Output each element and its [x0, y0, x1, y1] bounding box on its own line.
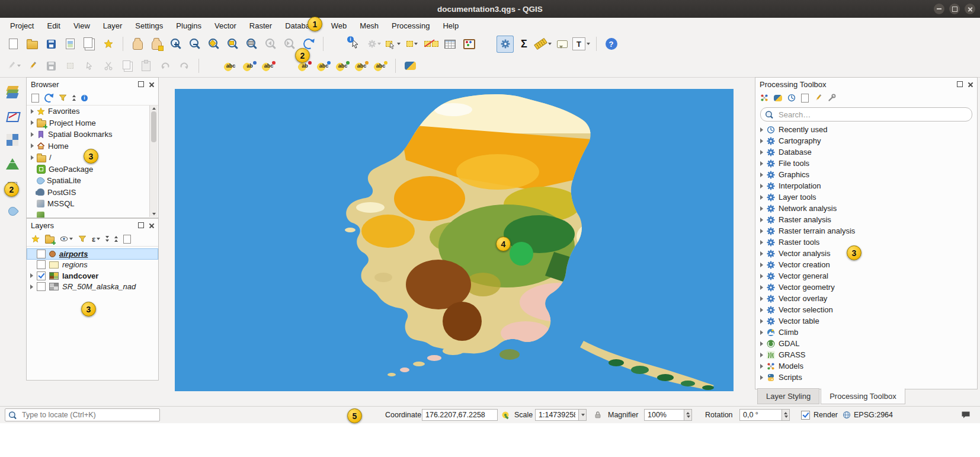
undo-button[interactable] — [156, 57, 174, 75]
menu-project[interactable]: Project — [4, 18, 40, 33]
layer-checkbox[interactable] — [37, 271, 46, 280]
zoom-full-button[interactable] — [205, 36, 222, 53]
edit-in-place-button[interactable] — [814, 94, 822, 102]
processing-group-raster-tools[interactable]: Raster tools — [755, 237, 977, 248]
data-source-manager-button[interactable] — [4, 84, 21, 101]
expand-all-button[interactable] — [105, 236, 109, 242]
layer-diagram-button[interactable]: ab — [241, 57, 258, 75]
float-panel-icon[interactable] — [138, 222, 144, 228]
expand-arrow-icon[interactable] — [760, 263, 763, 267]
expand-arrow-icon[interactable] — [760, 296, 763, 301]
layer-row-sr-alaska[interactable]: SR_50M_alaska_nad — [27, 282, 158, 293]
processing-group-file-tools[interactable]: File tools — [755, 158, 977, 169]
open-layer-styling-button[interactable] — [31, 235, 40, 243]
add-spatialite-layer-button[interactable] — [4, 202, 21, 220]
processing-options-button[interactable] — [828, 94, 836, 102]
processing-group-vector-selection[interactable]: Vector selection — [755, 304, 977, 315]
open-project-button[interactable] — [24, 36, 41, 53]
processing-group-network-analysis[interactable]: Network analysis — [755, 203, 977, 214]
processing-search-input[interactable] — [777, 110, 967, 120]
measure-button[interactable] — [534, 36, 552, 53]
scrollbar-thumb[interactable] — [151, 111, 156, 142]
expand-arrow-icon[interactable] — [760, 285, 763, 290]
filter-legend-button[interactable] — [78, 235, 87, 243]
processing-toolbox-toggle-button[interactable] — [497, 36, 514, 53]
rotate-label-button[interactable]: abc — [372, 57, 389, 75]
add-selected-layers-button[interactable] — [31, 94, 39, 103]
expand-arrow-icon[interactable] — [760, 161, 763, 166]
copy-features-button[interactable] — [119, 57, 136, 75]
tab-layer-styling[interactable]: Layer Styling — [757, 388, 819, 404]
rotation-spin-buttons[interactable] — [782, 409, 790, 421]
magnifier-spinbox[interactable] — [644, 407, 692, 423]
browser-item-spatial-bookmarks[interactable]: Spatial Bookmarks — [27, 129, 158, 140]
expand-arrow-icon[interactable] — [31, 132, 34, 137]
browser-item-spatialite[interactable]: SpatiaLite — [27, 175, 158, 187]
scale-dropdown-button[interactable] — [579, 409, 587, 421]
zoom-to-selection-button[interactable] — [224, 36, 241, 53]
scale-input[interactable] — [535, 409, 579, 421]
rotation-input[interactable] — [739, 409, 782, 421]
expand-arrow-icon[interactable] — [760, 150, 763, 155]
models-menu-button[interactable] — [760, 94, 768, 102]
field-calculator-button[interactable] — [460, 36, 478, 53]
processing-group-raster-terrain-analysis[interactable]: Raster terrain analysis — [755, 225, 977, 237]
add-vector-layer-button[interactable] — [4, 107, 21, 125]
zoom-in-button[interactable] — [167, 36, 184, 53]
browser-scrollbar[interactable] — [149, 106, 158, 217]
vertex-tool-button[interactable] — [81, 57, 98, 75]
extent-icon[interactable] — [501, 407, 510, 423]
magnifier-input[interactable] — [644, 409, 684, 421]
show-hide-labels-button[interactable]: abc — [334, 57, 351, 75]
processing-group-vector-general[interactable]: Vector general — [755, 270, 977, 282]
processing-group-vector-geometry[interactable]: Vector geometry — [755, 282, 977, 293]
close-button[interactable] — [965, 4, 975, 14]
expand-arrow-icon[interactable] — [760, 308, 763, 312]
processing-provider-models[interactable]: Models — [755, 360, 977, 372]
scale-combo[interactable] — [535, 407, 587, 423]
menu-edit[interactable]: Edit — [40, 18, 66, 33]
text-annotation-button[interactable]: T — [572, 36, 590, 53]
menu-vector[interactable]: Vector — [208, 18, 243, 33]
processing-search-box[interactable] — [760, 107, 972, 122]
rotation-spinbox[interactable] — [739, 407, 790, 423]
menu-processing[interactable]: Processing — [385, 18, 436, 33]
current-edits-button[interactable] — [5, 57, 22, 75]
paste-features-button[interactable] — [137, 57, 155, 75]
help-button[interactable]: ? — [603, 36, 620, 53]
menu-web[interactable]: Web — [325, 18, 354, 33]
layout-manager-button[interactable] — [81, 36, 98, 53]
browser-item-project-home[interactable]: Project Home — [27, 117, 158, 129]
statistical-summary-button[interactable]: Σ — [515, 36, 533, 53]
layer-row-landcover[interactable]: landcover — [27, 270, 158, 282]
add-feature-button[interactable] — [62, 57, 79, 75]
select-features-button[interactable] — [385, 36, 402, 53]
layer-labeling-button[interactable]: abc — [222, 57, 239, 75]
close-panel-icon[interactable] — [968, 82, 973, 87]
title-bar[interactable]: documentation3.qgs - QGIS — [0, 0, 980, 18]
scroll-down-icon[interactable] — [152, 213, 156, 215]
layer-checkbox[interactable] — [37, 250, 46, 258]
expand-arrow-icon[interactable] — [760, 353, 763, 357]
processing-group-database[interactable]: Database — [755, 146, 977, 158]
menu-plugins[interactable]: Plugins — [169, 18, 208, 33]
filter-by-expression-button[interactable]: ε — [92, 235, 100, 243]
close-panel-icon[interactable] — [149, 223, 154, 228]
expand-arrow-icon[interactable] — [760, 364, 763, 369]
layer-row-regions[interactable]: regions — [27, 260, 158, 271]
manage-map-themes-button[interactable] — [60, 235, 73, 243]
browser-item-geopackage[interactable]: GeoPackage — [27, 164, 158, 175]
float-panel-icon[interactable] — [138, 81, 144, 87]
pan-to-selection-button[interactable] — [148, 36, 165, 53]
zoom-out-button[interactable] — [186, 36, 203, 53]
locate-box[interactable] — [5, 407, 160, 423]
toggle-editing-button[interactable] — [24, 57, 41, 75]
expand-arrow-icon[interactable] — [31, 155, 34, 160]
processing-group-cartography[interactable]: Cartography — [755, 135, 977, 146]
redo-button[interactable] — [175, 57, 193, 75]
no-labels-button[interactable]: abc — [260, 57, 277, 75]
map-canvas[interactable] — [175, 89, 734, 391]
save-layer-edits-button[interactable] — [43, 57, 60, 75]
crs-status[interactable]: EPSG:2964 — [843, 407, 893, 423]
browser-refresh-button[interactable] — [44, 94, 53, 103]
